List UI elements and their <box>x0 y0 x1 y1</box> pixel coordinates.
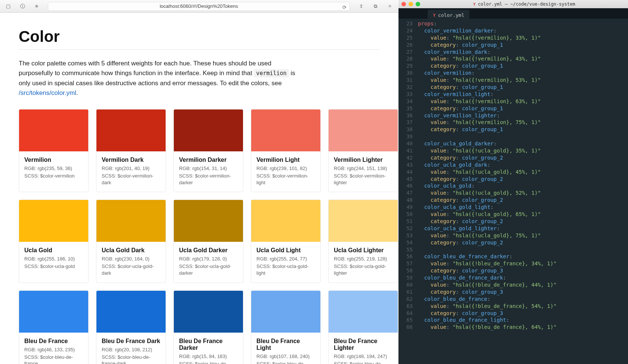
color-card: VermilionRGB: rgb(235, 59, 36)SCSS: $col… <box>19 109 89 192</box>
reader-icon[interactable]: ≡ <box>31 2 42 10</box>
intro-paragraph: The color palette comes with 5 different… <box>19 59 303 98</box>
browser-window: ▢ ⓘ ≡ localhost:6060/#!/Design%20Tokens … <box>0 0 398 364</box>
window-title: ⋎ color.yml — ~/code/vue-design-system <box>423 1 625 7</box>
swatch-name: Bleu De France <box>24 338 83 345</box>
swatch-rgb: RGB: rgb(244, 151, 138) <box>334 166 392 171</box>
intro-text-a: The color palette comes with 5 different… <box>19 60 271 77</box>
swatch-rgb: RGB: rgb(179, 128, 0) <box>179 256 238 262</box>
swatch-rgb: RGB: rgb(15, 84, 163) <box>179 354 238 359</box>
swatch-rgb: RGB: rgb(255, 219, 128) <box>334 256 392 262</box>
swatch-rgb: RGB: rgb(107, 168, 240) <box>256 354 315 359</box>
swatch-name: Vermilion <box>24 157 83 163</box>
swatch-rgb: RGB: rgb(148, 194, 247) <box>334 354 392 359</box>
swatch-rgb: RGB: rgb(255, 186, 10) <box>24 256 83 262</box>
color-swatch <box>174 291 243 333</box>
swatch-scss: SCSS: $color-bleu-de-france-lighter <box>334 361 392 364</box>
url-text: localhost:6060/#!/Design%20Tokens <box>160 3 238 9</box>
swatch-name: Ucla Gold Light <box>256 247 315 254</box>
swatch-name: Vermilion Dark <box>102 157 160 163</box>
color-swatch <box>329 109 398 151</box>
swatch-scss: SCSS: $color-ucla-gold-dark <box>102 263 160 276</box>
swatch-scss: SCSS: $color-vermilion-light <box>256 173 315 186</box>
swatch-scss: SCSS: $color-ucla-gold <box>24 263 83 270</box>
color-card: Vermilion LightRGB: rgb(239, 101, 82)SCS… <box>251 109 321 192</box>
color-card: Ucla Gold DarkerRGB: rgb(179, 128, 0)SCS… <box>173 200 243 283</box>
swatch-rgb: RGB: rgb(154, 31, 14) <box>179 166 238 171</box>
color-swatch <box>251 291 320 333</box>
swatch-name: Bleu De France Lighter <box>334 338 392 351</box>
swatch-rgb: RGB: rgb(255, 204, 77) <box>256 256 315 262</box>
reload-icon[interactable]: ⟳ <box>342 3 347 12</box>
address-bar[interactable]: localhost:6060/#!/Design%20Tokens ⟳ <box>48 2 350 11</box>
color-swatch <box>251 200 320 242</box>
close-icon[interactable] <box>401 2 406 6</box>
swatch-name: Ucla Gold Lighter <box>334 247 392 254</box>
line-gutter: 2324252627282930313233343536373839404142… <box>398 19 416 364</box>
color-grid: VermilionRGB: rgb(235, 59, 36)SCSS: $col… <box>19 109 380 364</box>
swatch-scss: SCSS: $color-vermilion-darker <box>179 173 238 186</box>
swatch-scss: SCSS: $color-bleu-de-france-light <box>256 361 315 364</box>
code-editor[interactable]: 2324252627282930313233343536373839404142… <box>398 19 628 364</box>
zoom-icon[interactable] <box>416 2 420 6</box>
page-content[interactable]: Color The color palette comes with 5 dif… <box>0 13 398 364</box>
new-tab-button[interactable]: ＋ <box>384 2 395 10</box>
swatch-name: Vermilion Lighter <box>334 157 392 163</box>
color-swatch <box>174 109 243 151</box>
swatch-rgb: RGB: rgb(20, 108, 212) <box>102 347 160 352</box>
share-icon[interactable]: ⇪ <box>356 2 366 10</box>
swatch-scss: SCSS: $color-bleu-de-france-dark <box>102 354 160 364</box>
swatch-scss: SCSS: $color-vermilion-lighter <box>334 173 392 186</box>
yaml-file-icon: ⋎ <box>433 12 436 18</box>
info-icon[interactable]: ⓘ <box>17 2 28 10</box>
page-title: Color <box>19 28 380 46</box>
color-swatch <box>19 109 88 151</box>
traffic-lights <box>401 2 420 6</box>
yaml-file-icon: ⋎ <box>473 1 475 7</box>
swatch-name: Vermilion Darker <box>179 157 238 163</box>
swatch-scss: SCSS: $color-vermilion <box>24 173 83 179</box>
editor-tab[interactable]: ⋎ color.yml <box>428 10 470 19</box>
swatch-name: Bleu De France Darker <box>179 338 238 351</box>
color-swatch <box>96 109 166 151</box>
intro-text-c: . <box>76 89 78 96</box>
editor-titlebar: ⋎ color.yml — ~/code/vue-design-system <box>398 0 628 8</box>
color-card: Bleu De France LightRGB: rgb(107, 168, 2… <box>251 290 321 364</box>
editor-window: ⋎ color.yml — ~/code/vue-design-system ⋎… <box>398 0 628 364</box>
color-swatch <box>96 200 166 242</box>
color-swatch <box>329 291 398 333</box>
color-card: Bleu De France DarkerRGB: rgb(15, 84, 16… <box>173 290 243 364</box>
color-swatch <box>96 291 166 333</box>
color-card: Vermilion LighterRGB: rgb(244, 151, 138)… <box>328 109 398 192</box>
editor-tabbar: ⋎ color.yml <box>398 8 628 19</box>
intro-code: vermilion <box>254 69 289 77</box>
swatch-scss: SCSS: $color-ucla-gold-lighter <box>334 263 392 276</box>
swatch-scss: SCSS: $color-ucla-gold-darker <box>179 263 238 276</box>
window-title-text: color.yml — ~/code/vue-design-system <box>478 1 575 7</box>
swatch-name: Bleu De France Light <box>256 338 315 351</box>
swatch-rgb: RGB: rgb(239, 101, 82) <box>256 166 315 171</box>
swatch-rgb: RGB: rgb(230, 164, 0) <box>102 256 160 262</box>
code-content[interactable]: props: color_vermilion_darker: value: "h… <box>416 19 628 364</box>
color-swatch <box>174 200 243 242</box>
sidebar-toggle-icon[interactable]: ▢ <box>3 2 13 10</box>
swatch-name: Bleu De France Dark <box>102 338 160 345</box>
swatch-scss: SCSS: $color-bleu-de-france <box>24 354 83 364</box>
swatch-name: Ucla Gold Dark <box>102 247 160 254</box>
color-card: Ucla Gold LightRGB: rgb(255, 204, 77)SCS… <box>251 200 321 283</box>
swatch-scss: SCSS: $color-vermilion-dark <box>102 173 160 186</box>
color-card: Bleu De France DarkRGB: rgb(20, 108, 212… <box>96 290 166 364</box>
color-card: Ucla GoldRGB: rgb(255, 186, 10)SCSS: $co… <box>19 200 89 283</box>
color-card: Bleu De France LighterRGB: rgb(148, 194,… <box>328 290 398 364</box>
browser-toolbar: ▢ ⓘ ≡ localhost:6060/#!/Design%20Tokens … <box>0 0 398 13</box>
color-swatch <box>329 200 398 242</box>
swatch-rgb: RGB: rgb(46, 133, 235) <box>24 347 83 352</box>
color-swatch <box>19 291 88 333</box>
color-swatch <box>19 200 88 242</box>
minimize-icon[interactable] <box>409 2 413 6</box>
swatch-rgb: RGB: rgb(235, 59, 36) <box>24 166 83 171</box>
tokens-link[interactable]: /src/tokens/color.yml <box>19 89 76 96</box>
color-card: Ucla Gold LighterRGB: rgb(255, 219, 128)… <box>328 200 398 283</box>
swatch-name: Ucla Gold <box>24 247 83 254</box>
swatch-rgb: RGB: rgb(201, 40, 19) <box>102 166 160 171</box>
tabs-icon[interactable]: ⧉ <box>370 2 381 10</box>
